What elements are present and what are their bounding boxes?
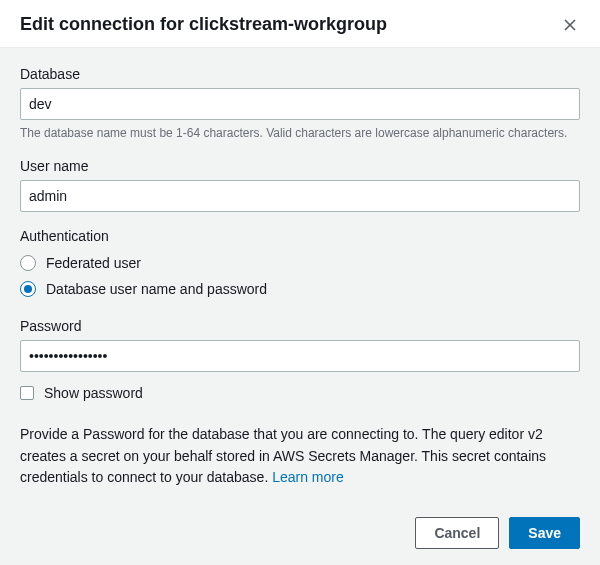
password-info-text: Provide a Password for the database that… [20,424,580,489]
radio-federated-user[interactable]: Federated user [20,250,580,276]
database-input[interactable] [20,88,580,120]
save-button[interactable]: Save [509,517,580,549]
checkbox-icon [20,386,34,400]
authentication-label: Authentication [20,228,580,244]
authentication-group: Authentication Federated user Database u… [20,228,580,302]
username-label: User name [20,158,580,174]
database-label: Database [20,66,580,82]
modal-header: Edit connection for clickstream-workgrou… [0,0,600,48]
close-icon [564,19,576,31]
password-label: Password [20,318,580,334]
username-input[interactable] [20,180,580,212]
radio-label-dbuser: Database user name and password [46,281,267,297]
radio-icon [20,281,36,297]
database-group: Database The database name must be 1-64 … [20,66,580,142]
database-helper: The database name must be 1-64 character… [20,124,580,142]
modal-title: Edit connection for clickstream-workgrou… [20,14,387,35]
radio-icon [20,255,36,271]
learn-more-link[interactable]: Learn more [272,469,344,485]
close-button[interactable] [560,15,580,35]
modal-body: Database The database name must be 1-64 … [0,48,600,505]
cancel-button[interactable]: Cancel [415,517,499,549]
show-password-row[interactable]: Show password [20,380,580,406]
authentication-radio-group: Federated user Database user name and pa… [20,250,580,302]
password-input[interactable] [20,340,580,372]
show-password-label: Show password [44,385,143,401]
edit-connection-modal: Edit connection for clickstream-workgrou… [0,0,600,565]
password-group: Password Show password [20,318,580,406]
username-group: User name [20,158,580,212]
radio-label-federated: Federated user [46,255,141,271]
radio-db-username-password[interactable]: Database user name and password [20,276,580,302]
modal-footer: Cancel Save [0,505,600,565]
